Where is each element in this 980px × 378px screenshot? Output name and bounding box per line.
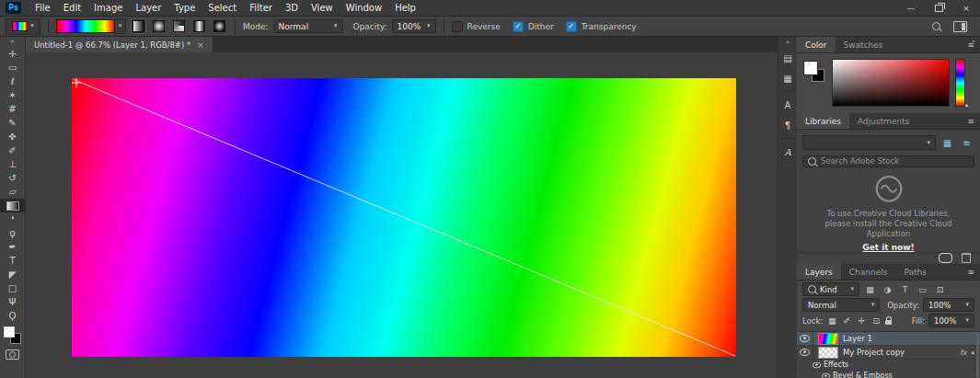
menu-view[interactable]: View [305, 3, 340, 13]
effect-name[interactable]: Bevel & Emboss [833, 372, 893, 378]
close-button[interactable]: × [952, 0, 980, 16]
toolbar-collapse-icon[interactable]: » [10, 37, 14, 47]
brush-tool[interactable]: ✐ [0, 143, 26, 157]
transparency-checkbox[interactable]: ✓ [566, 21, 577, 32]
type-tool[interactable]: T [0, 254, 26, 268]
effects-header-row[interactable]: Effects [797, 360, 980, 371]
dither-checkbox[interactable]: ✓ [513, 21, 524, 32]
layer-name[interactable]: Layer 1 [843, 334, 872, 343]
layer-row-layer-1[interactable]: Layer 1 [797, 332, 980, 346]
menu-file[interactable]: File [29, 3, 57, 13]
gradient-picker-dropdown[interactable]: ▾ [115, 18, 126, 34]
photoshop-logo-icon[interactable]: Ps [6, 2, 21, 14]
scrollbar[interactable] [976, 332, 979, 378]
move-tool[interactable]: ✛ [0, 47, 26, 61]
expand-dock-icon[interactable]: « [786, 37, 790, 48]
tab-close-icon[interactable]: × [197, 40, 204, 50]
zoom-tool[interactable]: Ϙ [0, 309, 26, 323]
blur-tool[interactable]: ❛ [0, 212, 26, 226]
effect-row-bevel-emboss[interactable]: Bevel & Emboss [797, 371, 980, 378]
histogram-panel-icon[interactable]: ▤ [778, 48, 798, 68]
panel-menu-icon[interactable]: ≡ [967, 113, 980, 129]
menu-help[interactable]: Help [388, 3, 422, 13]
menu-filter[interactable]: Filter [243, 3, 279, 13]
eraser-tool[interactable]: ▱ [0, 185, 26, 199]
menu-edit[interactable]: Edit [57, 3, 87, 13]
eyedropper-tool[interactable]: ✎ [0, 116, 26, 130]
lasso-tool[interactable]: ℓ [0, 74, 26, 88]
clone-stamp-tool[interactable]: ⊥ [0, 157, 26, 171]
layer-opacity-dropdown[interactable]: 100% ▾ [923, 298, 974, 312]
collapse-dock-icon[interactable]: » [972, 38, 975, 45]
lock-transparent-pixels-icon[interactable]: ▦ [826, 316, 837, 326]
menu-type[interactable]: Type [167, 3, 202, 13]
visibility-cell[interactable] [797, 346, 813, 359]
trash-icon[interactable] [962, 253, 971, 263]
filter-smart-objects-icon[interactable]: ⊡ [933, 285, 947, 294]
menu-window[interactable]: Window [340, 3, 388, 13]
filter-shape-layers-icon[interactable]: ▭ [916, 285, 929, 294]
menu-select[interactable]: Select [202, 3, 243, 13]
document-tab[interactable]: Untitled-1 @ 66.7% (Layer 1, RGB/8#) * × [26, 37, 213, 52]
gradient-preview[interactable] [56, 19, 115, 33]
foreground-color-swatch[interactable] [4, 326, 15, 338]
rectangular-marquee-tool[interactable]: ▭ [0, 61, 26, 74]
menu-3d[interactable]: 3D [279, 3, 305, 13]
navigator-panel-icon[interactable]: ▦ [778, 68, 798, 88]
eye-icon[interactable] [800, 349, 810, 356]
tool-preset-picker[interactable]: ▾ [6, 18, 40, 35]
eye-icon[interactable] [822, 372, 830, 378]
lock-position-icon[interactable]: ✛ [856, 316, 867, 326]
tab-layers[interactable]: Layers [797, 264, 841, 280]
tab-adjustments[interactable]: Adjustments [849, 113, 917, 129]
filter-type-layers-icon[interactable]: T [898, 285, 912, 294]
list-view-button[interactable]: ≡ [959, 135, 974, 150]
workspace-switcher-icon[interactable] [953, 21, 967, 32]
get-it-now-link[interactable]: Get it now! [797, 243, 980, 252]
fill-dropdown[interactable]: 100% ▾ [928, 314, 974, 327]
eye-icon[interactable] [813, 361, 821, 367]
gradient-picker[interactable]: ▾ [56, 18, 126, 34]
gradient-tool[interactable] [0, 199, 26, 212]
layer-thumbnail[interactable] [818, 347, 838, 359]
library-select-dropdown[interactable]: ▾ [802, 135, 936, 150]
rectangle-tool[interactable]: □ [0, 281, 26, 295]
dodge-tool[interactable]: ϙ [0, 226, 26, 240]
saturation-brightness-field[interactable] [832, 59, 950, 107]
effects-label[interactable]: Effects [824, 361, 848, 369]
reverse-checkbox[interactable] [452, 21, 463, 32]
filter-adjustment-layers-icon[interactable]: ◑ [881, 285, 894, 294]
pen-tool[interactable]: ✒ [0, 240, 26, 254]
lock-image-pixels-icon[interactable]: ✐ [841, 316, 852, 326]
panel-menu-icon[interactable]: ≡ [967, 264, 980, 280]
search-icon[interactable] [932, 22, 940, 30]
linear-gradient-button[interactable] [131, 18, 146, 34]
foreground-background-swatches[interactable] [4, 326, 22, 345]
angle-gradient-button[interactable] [171, 18, 187, 34]
hue-slider[interactable] [955, 59, 965, 107]
fx-badge[interactable]: fx [960, 349, 967, 357]
minimize-button[interactable]: — [897, 0, 925, 16]
restore-button[interactable] [925, 0, 952, 16]
filter-pixel-layers-icon[interactable]: ▦ [863, 285, 877, 294]
foreground-color-swatch[interactable] [804, 62, 817, 74]
crop-tool[interactable]: # [0, 102, 26, 116]
canvas-pasteboard[interactable] [26, 52, 778, 378]
layer-row-my-project-copy[interactable]: My Project copy fx ▴ [797, 346, 980, 360]
mode-dropdown[interactable]: Normal ▾ [273, 19, 343, 33]
tab-channels[interactable]: Channels [841, 264, 896, 280]
radial-gradient-button[interactable] [151, 18, 167, 34]
eye-icon[interactable] [800, 335, 810, 342]
opacity-dropdown[interactable]: 100% ▾ [392, 19, 436, 33]
paragraph-panel-icon[interactable]: ¶ [778, 115, 798, 135]
visibility-cell[interactable] [797, 332, 813, 345]
spot-healing-brush-tool[interactable]: ✜ [0, 130, 26, 143]
layer-thumbnail[interactable] [818, 333, 838, 345]
hue-slider-marker[interactable]: ▴ [965, 101, 968, 108]
tab-color[interactable]: Color [797, 37, 836, 52]
glyphs-panel-icon[interactable]: A [778, 142, 798, 162]
blend-mode-dropdown[interactable]: Normal ▾ [802, 298, 880, 312]
kind-filter-dropdown[interactable]: Kind ▾ [802, 282, 859, 296]
lock-artboard-icon[interactable]: ⊡ [870, 316, 882, 326]
reflected-gradient-button[interactable] [191, 18, 207, 34]
